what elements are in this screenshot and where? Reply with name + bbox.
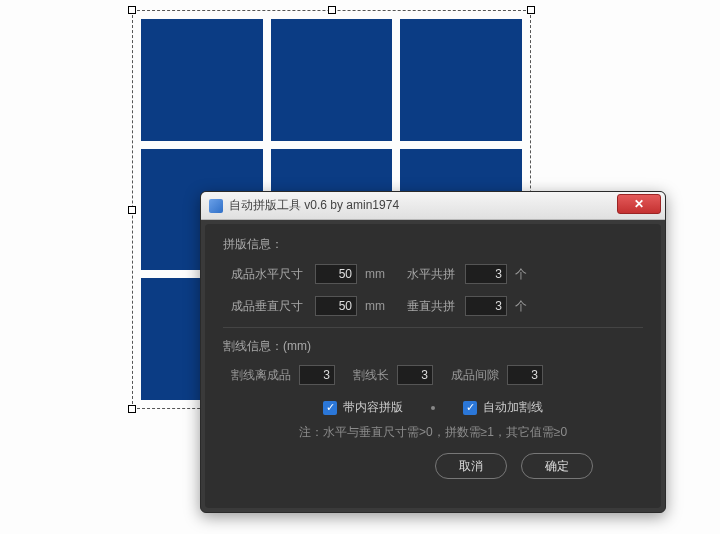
unit-mm: mm: [365, 267, 385, 281]
unit-mm: mm: [365, 299, 385, 313]
dialog-body: 拼版信息： 成品水平尺寸 mm 水平共拼 个 成品垂直尺寸 mm 垂直共拼 个 …: [205, 224, 661, 508]
section-cut: 割线信息：(mm) 割线离成品 割线长 成品间隙: [223, 338, 643, 385]
row-vertical-size: 成品垂直尺寸 mm 垂直共拼 个: [223, 295, 643, 317]
input-cut-gap[interactable]: [507, 365, 543, 385]
section-cut-title: 割线信息：(mm): [223, 338, 643, 355]
label-vert-size: 成品垂直尺寸: [231, 298, 315, 315]
input-vert-size[interactable]: [315, 296, 357, 316]
handle-w[interactable]: [128, 206, 136, 214]
dialog-title: 自动拼版工具 v0.6 by amin1974: [229, 197, 399, 214]
unit-ge: 个: [515, 266, 527, 283]
grid-cell: [141, 19, 263, 141]
close-button[interactable]: ✕: [617, 194, 661, 214]
label-cut-gap: 成品间隙: [451, 367, 499, 384]
row-horizontal-size: 成品水平尺寸 mm 水平共拼 个: [223, 263, 643, 285]
grid-cell: [271, 19, 393, 141]
input-horiz-count[interactable]: [465, 264, 507, 284]
section-info-title: 拼版信息：: [223, 236, 643, 253]
close-icon: ✕: [634, 197, 644, 211]
handle-n[interactable]: [328, 6, 336, 14]
checkbox-row: ✓ 带内容拼版 ✓ 自动加割线: [223, 399, 643, 416]
grid-cell: [400, 19, 522, 141]
unit-ge: 个: [515, 298, 527, 315]
label-horiz-count: 水平共拼: [407, 266, 465, 283]
dialog-auto-impose: 自动拼版工具 v0.6 by amin1974 ✕ 拼版信息： 成品水平尺寸 m…: [200, 191, 666, 513]
check-icon: ✓: [323, 401, 337, 415]
button-row: 取消 确定: [223, 453, 643, 479]
checkbox-auto-cutlines[interactable]: ✓ 自动加割线: [463, 399, 543, 416]
cancel-button[interactable]: 取消: [435, 453, 507, 479]
note-text: 注：水平与垂直尺寸需>0，拼数需≥1，其它值需≥0: [223, 424, 643, 441]
separator-dot: [431, 406, 435, 410]
ok-button[interactable]: 确定: [521, 453, 593, 479]
input-vert-count[interactable]: [465, 296, 507, 316]
label-cut-len: 割线长: [353, 367, 389, 384]
handle-sw[interactable]: [128, 405, 136, 413]
handle-nw[interactable]: [128, 6, 136, 14]
label-vert-count: 垂直共拼: [407, 298, 465, 315]
input-cut-len[interactable]: [397, 365, 433, 385]
check-icon: ✓: [463, 401, 477, 415]
checkbox-label: 自动加割线: [483, 399, 543, 416]
label-cut-dist: 割线离成品: [231, 367, 291, 384]
divider: [223, 327, 643, 328]
input-cut-dist[interactable]: [299, 365, 335, 385]
checkbox-with-content[interactable]: ✓ 带内容拼版: [323, 399, 403, 416]
handle-ne[interactable]: [527, 6, 535, 14]
label-horiz-size: 成品水平尺寸: [231, 266, 315, 283]
titlebar[interactable]: 自动拼版工具 v0.6 by amin1974 ✕: [201, 192, 665, 220]
app-icon: [209, 199, 223, 213]
input-horiz-size[interactable]: [315, 264, 357, 284]
checkbox-label: 带内容拼版: [343, 399, 403, 416]
row-cut-params: 割线离成品 割线长 成品间隙: [231, 365, 643, 385]
